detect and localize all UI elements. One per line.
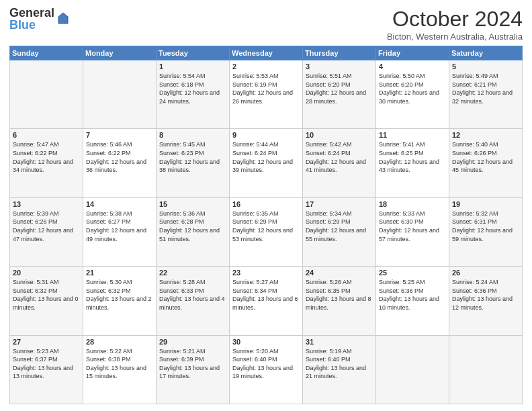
logo: General Blue [9, 7, 71, 31]
day-number: 5 [452, 62, 519, 71]
table-row: 17Sunrise: 5:34 AM Sunset: 6:29 PM Dayli… [303, 197, 376, 266]
day-info: Sunrise: 5:27 AM Sunset: 6:34 PM Dayligh… [232, 278, 300, 312]
header-friday: Friday [376, 46, 449, 60]
day-info: Sunrise: 5:26 AM Sunset: 6:35 PM Dayligh… [306, 278, 373, 312]
table-row: 3Sunrise: 5:51 AM Sunset: 6:20 PM Daylig… [303, 60, 376, 129]
day-info: Sunrise: 5:22 AM Sunset: 6:38 PM Dayligh… [86, 347, 153, 381]
table-row [449, 335, 523, 404]
day-number: 9 [232, 131, 300, 139]
day-number: 21 [86, 269, 153, 277]
calendar-week-row: 1Sunrise: 5:54 AM Sunset: 6:18 PM Daylig… [10, 60, 523, 129]
day-number: 23 [232, 269, 300, 277]
day-number: 31 [306, 338, 373, 346]
day-number: 28 [86, 338, 153, 346]
calendar-week-row: 6Sunrise: 5:47 AM Sunset: 6:22 PM Daylig… [10, 129, 523, 197]
day-number: 4 [379, 62, 446, 71]
month-title: October 2024 [387, 7, 523, 32]
table-row: 11Sunrise: 5:41 AM Sunset: 6:25 PM Dayli… [376, 129, 449, 197]
table-row: 4Sunrise: 5:50 AM Sunset: 6:20 PM Daylig… [376, 60, 449, 129]
table-row [83, 60, 157, 129]
table-row: 30Sunrise: 5:20 AM Sunset: 6:40 PM Dayli… [230, 335, 303, 404]
table-row [10, 60, 83, 129]
table-row: 5Sunrise: 5:49 AM Sunset: 6:21 PM Daylig… [449, 60, 523, 129]
day-number: 16 [232, 200, 300, 208]
day-number: 18 [379, 200, 446, 208]
day-number: 17 [306, 200, 373, 208]
day-number: 1 [159, 62, 226, 71]
table-row: 15Sunrise: 5:36 AM Sunset: 6:28 PM Dayli… [157, 197, 230, 266]
day-info: Sunrise: 5:28 AM Sunset: 6:33 PM Dayligh… [159, 278, 226, 312]
calendar-header-row: Sunday Monday Tuesday Wednesday Thursday… [10, 46, 523, 60]
day-info: Sunrise: 5:20 AM Sunset: 6:40 PM Dayligh… [232, 347, 300, 381]
table-row: 22Sunrise: 5:28 AM Sunset: 6:33 PM Dayli… [157, 267, 230, 335]
table-row: 12Sunrise: 5:40 AM Sunset: 6:26 PM Dayli… [449, 129, 523, 197]
day-number: 30 [232, 338, 300, 346]
header-wednesday: Wednesday [230, 46, 303, 60]
day-info: Sunrise: 5:53 AM Sunset: 6:19 PM Dayligh… [232, 72, 300, 105]
table-row: 6Sunrise: 5:47 AM Sunset: 6:22 PM Daylig… [10, 129, 83, 197]
day-info: Sunrise: 5:49 AM Sunset: 6:21 PM Dayligh… [452, 72, 519, 105]
table-row: 16Sunrise: 5:35 AM Sunset: 6:29 PM Dayli… [230, 197, 303, 266]
day-info: Sunrise: 5:47 AM Sunset: 6:22 PM Dayligh… [13, 140, 80, 174]
header-saturday: Saturday [449, 46, 523, 60]
page: General Blue October 2024 Bicton, Wester… [0, 0, 532, 411]
day-number: 13 [13, 200, 80, 208]
day-info: Sunrise: 5:51 AM Sunset: 6:20 PM Dayligh… [306, 72, 373, 105]
day-info: Sunrise: 5:50 AM Sunset: 6:20 PM Dayligh… [379, 72, 446, 105]
day-number: 25 [379, 269, 446, 277]
table-row: 1Sunrise: 5:54 AM Sunset: 6:18 PM Daylig… [157, 60, 230, 129]
table-row: 24Sunrise: 5:26 AM Sunset: 6:35 PM Dayli… [303, 267, 376, 335]
header-monday: Monday [83, 46, 157, 60]
day-info: Sunrise: 5:34 AM Sunset: 6:29 PM Dayligh… [306, 210, 373, 243]
header: General Blue October 2024 Bicton, Wester… [9, 7, 523, 42]
table-row: 14Sunrise: 5:38 AM Sunset: 6:27 PM Dayli… [83, 197, 157, 266]
day-info: Sunrise: 5:38 AM Sunset: 6:27 PM Dayligh… [86, 210, 153, 243]
day-number: 14 [86, 200, 153, 208]
table-row: 10Sunrise: 5:42 AM Sunset: 6:24 PM Dayli… [303, 129, 376, 197]
day-number: 8 [159, 131, 226, 139]
day-info: Sunrise: 5:54 AM Sunset: 6:18 PM Dayligh… [159, 72, 226, 105]
table-row: 23Sunrise: 5:27 AM Sunset: 6:34 PM Dayli… [230, 267, 303, 335]
table-row: 27Sunrise: 5:23 AM Sunset: 6:37 PM Dayli… [10, 335, 83, 404]
day-info: Sunrise: 5:33 AM Sunset: 6:30 PM Dayligh… [379, 210, 446, 243]
table-row: 18Sunrise: 5:33 AM Sunset: 6:30 PM Dayli… [376, 197, 449, 266]
day-number: 2 [232, 62, 300, 71]
header-sunday: Sunday [10, 46, 83, 60]
logo-text: General Blue [9, 7, 54, 31]
table-row: 26Sunrise: 5:24 AM Sunset: 6:36 PM Dayli… [449, 267, 523, 335]
title-section: October 2024 Bicton, Western Australia, … [387, 7, 523, 42]
day-number: 11 [379, 131, 446, 139]
day-info: Sunrise: 5:35 AM Sunset: 6:29 PM Dayligh… [232, 210, 300, 243]
table-row: 2Sunrise: 5:53 AM Sunset: 6:19 PM Daylig… [230, 60, 303, 129]
day-number: 6 [13, 131, 80, 139]
day-number: 26 [452, 269, 519, 277]
day-number: 7 [86, 131, 153, 139]
calendar-week-row: 13Sunrise: 5:39 AM Sunset: 6:26 PM Dayli… [10, 197, 523, 266]
day-info: Sunrise: 5:24 AM Sunset: 6:36 PM Dayligh… [452, 278, 519, 312]
day-number: 29 [159, 338, 226, 346]
table-row: 29Sunrise: 5:21 AM Sunset: 6:39 PM Dayli… [157, 335, 230, 404]
day-info: Sunrise: 5:23 AM Sunset: 6:37 PM Dayligh… [13, 347, 80, 381]
day-number: 24 [306, 269, 373, 277]
table-row: 13Sunrise: 5:39 AM Sunset: 6:26 PM Dayli… [10, 197, 83, 266]
day-number: 3 [306, 62, 373, 71]
day-info: Sunrise: 5:31 AM Sunset: 6:32 PM Dayligh… [13, 278, 80, 312]
calendar-week-row: 27Sunrise: 5:23 AM Sunset: 6:37 PM Dayli… [10, 335, 523, 404]
table-row [376, 335, 449, 404]
table-row: 20Sunrise: 5:31 AM Sunset: 6:32 PM Dayli… [10, 267, 83, 335]
day-info: Sunrise: 5:45 AM Sunset: 6:23 PM Dayligh… [159, 140, 226, 174]
calendar-week-row: 20Sunrise: 5:31 AM Sunset: 6:32 PM Dayli… [10, 267, 523, 335]
day-number: 22 [159, 269, 226, 277]
calendar-table: Sunday Monday Tuesday Wednesday Thursday… [9, 46, 523, 404]
day-info: Sunrise: 5:40 AM Sunset: 6:26 PM Dayligh… [452, 140, 519, 174]
logo-general: General [9, 7, 54, 19]
table-row: 8Sunrise: 5:45 AM Sunset: 6:23 PM Daylig… [157, 129, 230, 197]
table-row: 7Sunrise: 5:46 AM Sunset: 6:22 PM Daylig… [83, 129, 157, 197]
day-info: Sunrise: 5:30 AM Sunset: 6:32 PM Dayligh… [86, 278, 153, 312]
table-row: 28Sunrise: 5:22 AM Sunset: 6:38 PM Dayli… [83, 335, 157, 404]
day-number: 20 [13, 269, 80, 277]
location: Bicton, Western Australia, Australia [387, 32, 523, 42]
day-info: Sunrise: 5:42 AM Sunset: 6:24 PM Dayligh… [306, 140, 373, 174]
day-info: Sunrise: 5:44 AM Sunset: 6:24 PM Dayligh… [232, 140, 300, 174]
day-info: Sunrise: 5:41 AM Sunset: 6:25 PM Dayligh… [379, 140, 446, 174]
